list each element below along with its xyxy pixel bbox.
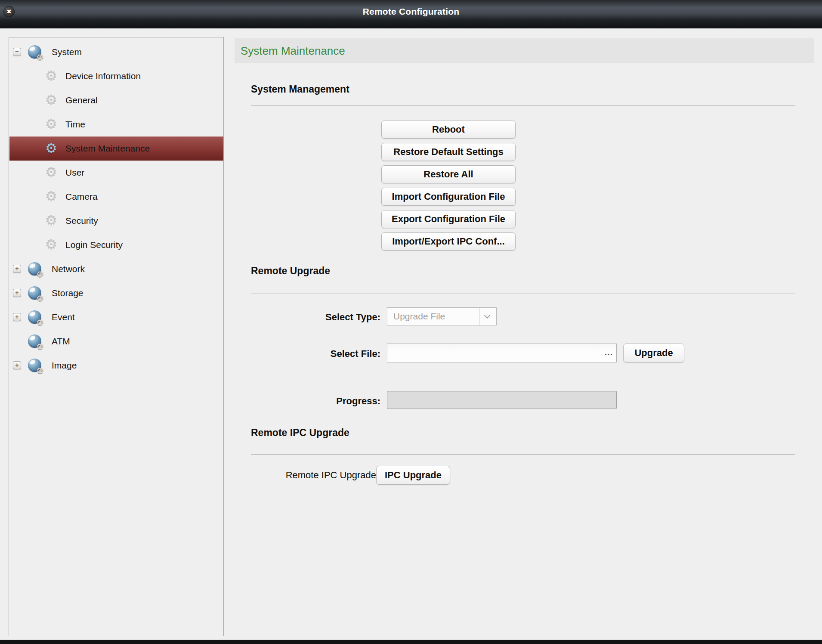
sidebar-tree: −⚙System⚙Device Information⚙General⚙Time…	[9, 37, 224, 636]
mini-gear-icon: ⚙	[36, 318, 44, 327]
sidebar-item-camera[interactable]: ⚙Camera	[9, 185, 223, 209]
mini-gear-icon: ⚙	[36, 366, 44, 375]
sidebar-item-time[interactable]: ⚙Time	[9, 112, 223, 136]
section-divider	[251, 454, 795, 455]
window-title: Remote Configuration	[0, 5, 822, 18]
select-type-label: Select Type:	[251, 312, 380, 323]
expand-expander-icon[interactable]: +	[13, 289, 21, 297]
page-title: System Maintenance	[241, 38, 345, 63]
progress-bar	[387, 391, 617, 409]
sidebar-item-general[interactable]: ⚙General	[9, 88, 223, 112]
sidebar-item-label: Storage	[52, 281, 83, 305]
select-file-label: Select File:	[251, 348, 380, 359]
import-export-ipc-conf-button[interactable]: Import/Export IPC Conf...	[381, 232, 516, 251]
sidebar-item-user[interactable]: ⚙User	[9, 161, 223, 185]
sidebar-item-atm[interactable]: ⚙ATM	[9, 329, 223, 353]
chevron-down-icon	[484, 313, 490, 319]
sidebar-item-network[interactable]: +⚙Network	[9, 257, 223, 281]
sidebar-item-security[interactable]: ⚙Security	[9, 209, 223, 233]
section-divider	[251, 105, 795, 106]
sidebar-item-event[interactable]: +⚙Event	[9, 305, 223, 329]
expand-expander-icon[interactable]: +	[13, 361, 21, 369]
upgrade-button[interactable]: Upgrade	[623, 344, 684, 362]
gear-icon: ⚙	[44, 165, 58, 180]
section-divider	[251, 294, 795, 294]
reboot-button[interactable]: Reboot	[381, 121, 516, 139]
mini-gear-icon: ⚙	[36, 342, 44, 351]
progress-label: Progress:	[251, 396, 380, 407]
sidebar-item-label: Network	[52, 257, 85, 281]
section-title-system-management: System Management	[251, 84, 349, 95]
sidebar-item-label: Camera	[65, 185, 98, 209]
sidebar-item-system-maintenance[interactable]: ⚙System Maintenance	[9, 136, 223, 161]
mini-gear-icon: ⚙	[36, 270, 44, 279]
sidebar-item-label: Login Security	[65, 233, 123, 257]
gear-icon: ⚙	[44, 69, 58, 84]
title-bar: ✖ Remote Configuration	[0, 0, 822, 28]
sidebar-item-label: System Maintenance	[65, 136, 150, 161]
page-header-band: System Maintenance	[235, 38, 814, 63]
select-type-dropdown[interactable]: Upgrade File	[387, 307, 497, 325]
globe-gear-icon: ⚙	[28, 334, 41, 348]
globe-gear-icon: ⚙	[28, 310, 41, 324]
gear-icon: ⚙	[44, 189, 58, 204]
sidebar-item-label: General	[65, 88, 98, 112]
gear-icon: ⚙	[44, 93, 58, 108]
remote-ipc-upgrade-label: Remote IPC Upgrade	[215, 466, 376, 485]
ipc-upgrade-button[interactable]: IPC Upgrade	[376, 466, 450, 485]
sidebar-item-storage[interactable]: +⚙Storage	[9, 281, 223, 305]
mini-gear-icon: ⚙	[36, 294, 44, 303]
expand-expander-icon[interactable]: +	[13, 313, 21, 321]
mini-gear-icon: ⚙	[36, 53, 44, 62]
sidebar-item-label: User	[65, 161, 84, 185]
import-configuration-file-button[interactable]: Import Configuration File	[381, 188, 516, 206]
section-title-remote-ipc-upgrade: Remote IPC Upgrade	[251, 427, 349, 439]
gear-icon: ⚙	[44, 117, 58, 132]
window-bottom-edge	[0, 640, 822, 644]
globe-gear-icon: ⚙	[28, 262, 41, 276]
sidebar-item-label: Device Information	[65, 64, 141, 88]
globe-gear-icon: ⚙	[28, 45, 41, 59]
sidebar-item-label: Time	[65, 112, 85, 136]
sidebar-item-label: Security	[65, 209, 98, 233]
sidebar-item-device-information[interactable]: ⚙Device Information	[9, 64, 223, 88]
sidebar-item-image[interactable]: +⚙Image	[9, 353, 223, 378]
sidebar-item-label: System	[52, 40, 82, 64]
sidebar-item-label: Event	[52, 305, 75, 329]
globe-gear-icon: ⚙	[28, 359, 41, 372]
sidebar-item-label: ATM	[52, 329, 70, 353]
sidebar-item-system[interactable]: −⚙System	[9, 40, 223, 64]
select-file-input[interactable]: ...	[387, 344, 617, 362]
gear-icon: ⚙	[44, 214, 58, 228]
gear-icon: ⚙	[44, 238, 58, 252]
sidebar-item-label: Image	[52, 353, 77, 378]
sidebar-item-login-security[interactable]: ⚙Login Security	[9, 233, 223, 257]
dropdown-arrow-cell	[479, 308, 496, 325]
expand-expander-icon[interactable]: +	[13, 265, 21, 273]
collapse-expander-icon[interactable]: −	[13, 48, 21, 56]
gear-icon: ⚙	[44, 141, 58, 156]
restore-default-settings-button[interactable]: Restore Default Settings	[381, 143, 516, 161]
section-title-remote-upgrade: Remote Upgrade	[251, 265, 330, 277]
restore-all-button[interactable]: Restore All	[381, 165, 516, 183]
browse-button[interactable]: ...	[601, 344, 616, 362]
export-configuration-file-button[interactable]: Export Configuration File	[381, 210, 516, 228]
select-type-value: Upgrade File	[393, 308, 445, 325]
remote-configuration-window: ✖ Remote Configuration −⚙System⚙Device I…	[0, 0, 822, 644]
globe-gear-icon: ⚙	[28, 286, 41, 300]
